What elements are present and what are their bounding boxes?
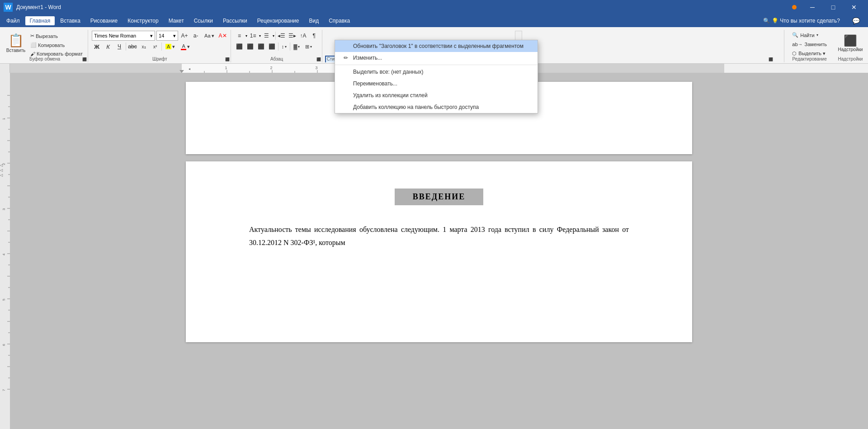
strikethrough-button[interactable]: abc xyxy=(127,42,137,52)
notification-dot xyxy=(792,5,797,9)
menu-insert[interactable]: Вставка xyxy=(56,16,85,25)
cut-icon: ✂ xyxy=(30,33,34,39)
ctx-select-all[interactable]: Выделить все: (нет данных) xyxy=(335,66,538,78)
shading-button[interactable]: ▓▾ xyxy=(291,42,302,52)
page2-content: ВВЕДЕНИЕ Актуальность темы исследования … xyxy=(186,161,692,284)
align-center-button[interactable]: ⬛ xyxy=(245,42,255,52)
menu-draw[interactable]: Рисование xyxy=(86,16,122,25)
ctx-add-qat[interactable]: Добавить коллекцию на панель быстрого до… xyxy=(335,101,538,113)
editing-group-label: Редактирование xyxy=(793,57,827,61)
multilevel-list-button[interactable]: ☰ xyxy=(262,31,272,41)
menu-view[interactable]: Вид xyxy=(304,16,323,25)
svg-text:2: 2 xyxy=(270,66,272,70)
font-size-increase-button[interactable]: A+ xyxy=(179,31,189,41)
minimize-button[interactable]: ─ xyxy=(802,0,823,14)
svg-rect-1 xyxy=(10,64,182,73)
underline-button[interactable]: Ч xyxy=(114,42,124,52)
font-row1: Times New Roman ▾ 14 ▾ A+ a- Аа ▾ A✕ xyxy=(92,31,228,41)
font-row2: Ж К Ч abc х₂ х² А ▾ А ▾ xyxy=(92,42,228,52)
document-area: 1 2 3 4 5 6 7 ◁ ◁ ◁ ВВЕДЕНИЕ xyxy=(0,73,868,429)
line-spacing-button[interactable]: ↕▾ xyxy=(279,42,289,52)
bold-button[interactable]: Ж xyxy=(92,42,102,52)
menu-mailings[interactable]: Рассылки xyxy=(218,16,252,25)
replace-button[interactable]: ab→ Заменить xyxy=(789,40,830,48)
menu-review[interactable]: Рецензирование xyxy=(253,16,304,25)
select-icon: ⬡ xyxy=(792,51,797,57)
menu-help[interactable]: Справка xyxy=(324,16,354,25)
size-dropdown-icon: ▾ xyxy=(173,33,176,39)
font-expand-icon[interactable]: ⬛ xyxy=(225,57,230,61)
svg-text:5: 5 xyxy=(2,298,6,301)
clipboard-label: Буфер обмена xyxy=(29,57,60,61)
ctx-remove[interactable]: Удалить из коллекции стилей xyxy=(335,90,538,101)
bullets-button[interactable]: ≡ xyxy=(235,31,245,41)
text-highlight-button[interactable]: А ▾ xyxy=(163,42,177,52)
copy-button[interactable]: ⬜ Копировать xyxy=(28,41,85,49)
editing-group: 🔍 Найти ▾ ab→ Заменить ⬡ Выделить ▾ Реда… xyxy=(785,30,834,62)
font-name-selector[interactable]: Times New Roman ▾ xyxy=(92,31,155,41)
superscript-button[interactable]: х² xyxy=(150,42,160,52)
heading-box: ВВЕДЕНИЕ xyxy=(395,189,483,205)
chat-button[interactable]: 💬 xyxy=(845,14,866,28)
para-group-label: Абзац xyxy=(270,57,283,61)
italic-button[interactable]: К xyxy=(103,42,113,52)
ctx-rename[interactable]: Переименовать... xyxy=(335,78,538,90)
ruler-corner xyxy=(0,64,10,73)
font-size-selector[interactable]: 14 ▾ xyxy=(156,31,178,41)
subscript-button[interactable]: х₂ xyxy=(139,42,149,52)
menu-references[interactable]: Ссылки xyxy=(189,16,217,25)
menu-bar: Файл Главная Вставка Рисование Конструкт… xyxy=(0,14,868,27)
styles-expand-icon[interactable]: ⬛ xyxy=(769,57,773,61)
menu-design[interactable]: Конструктор xyxy=(123,16,163,25)
decrease-indent-button[interactable]: ◂☰ xyxy=(277,31,287,41)
word-icon: W xyxy=(4,3,13,12)
ctx-update-style[interactable]: Обновить "Заголовок 1" в соответствии с … xyxy=(335,40,538,52)
case-dropdown-icon: ▾ xyxy=(212,33,214,39)
paragraph1[interactable]: Актуальность темы исследования обусловле… xyxy=(249,223,629,250)
cut-button[interactable]: ✂ Вырезать xyxy=(28,32,85,40)
clear-format-button[interactable]: A✕ xyxy=(218,31,228,41)
borders-button[interactable]: ⊞▾ xyxy=(303,42,314,52)
search-box[interactable]: 🔍 💡 Что вы хотите сделать? xyxy=(759,16,844,25)
svg-text:6: 6 xyxy=(2,344,6,346)
clipboard-expand-icon[interactable]: ⬛ xyxy=(82,57,87,61)
paste-button[interactable]: 📋 Вставить xyxy=(5,31,27,55)
maximize-button[interactable]: □ xyxy=(823,0,844,14)
menu-home[interactable]: Главная xyxy=(25,16,55,25)
addins-group: ⬛ Надстройки Надстройки xyxy=(835,30,866,62)
addins-button[interactable]: ⬛ Надстройки xyxy=(838,31,863,55)
divider2 xyxy=(161,42,162,51)
search-icon: 🔍 xyxy=(763,18,770,24)
close-button[interactable]: ✕ xyxy=(844,0,864,14)
window-controls: ─ □ ✕ xyxy=(792,0,864,14)
multilevel-dropdown-icon: ▾ xyxy=(273,34,274,38)
para-row2: ⬛ ⬛ ⬛ ⬛ ↕▾ ▓▾ ⊞▾ xyxy=(235,42,319,52)
highlight-icon: А xyxy=(165,44,171,49)
show-marks-button[interactable]: ¶ xyxy=(309,31,319,41)
ctx-modify[interactable]: ✏ Изменить... xyxy=(335,52,538,64)
align-right-button[interactable]: ⬛ xyxy=(256,42,266,52)
copy-icon: ⬜ xyxy=(30,42,37,48)
increase-indent-button[interactable]: ☰▸ xyxy=(288,31,297,41)
page2-heading: ВВЕДЕНИЕ xyxy=(249,189,629,205)
divider5 xyxy=(290,42,290,51)
pages-area[interactable]: ВВЕДЕНИЕ Актуальность темы исследования … xyxy=(10,73,868,429)
font-color-button[interactable]: А ▾ xyxy=(179,42,192,52)
svg-text:7: 7 xyxy=(2,389,6,391)
title-bar: W Документ1 - Word ─ □ ✕ xyxy=(0,0,868,14)
numbering-dropdown-icon: ▾ xyxy=(259,34,261,38)
font-size-decrease-button[interactable]: a- xyxy=(191,31,201,41)
addins-icon: ⬛ xyxy=(844,34,857,47)
find-button[interactable]: 🔍 Найти ▾ xyxy=(789,31,830,39)
change-case-button[interactable]: Аа ▾ xyxy=(202,31,217,41)
menu-layout[interactable]: Макет xyxy=(164,16,189,25)
numbering-button[interactable]: 1≡ xyxy=(248,31,258,41)
sort-button[interactable]: ↑A xyxy=(298,31,308,41)
align-left-button[interactable]: ⬛ xyxy=(235,42,245,52)
para-expand-icon[interactable]: ⬛ xyxy=(316,57,321,61)
justify-button[interactable]: ⬛ xyxy=(267,42,277,52)
svg-text:1: 1 xyxy=(225,66,227,70)
bullets-dropdown-icon: ▾ xyxy=(245,34,247,38)
menu-file[interactable]: Файл xyxy=(2,16,24,25)
replace-icon: ab→ xyxy=(792,42,802,47)
